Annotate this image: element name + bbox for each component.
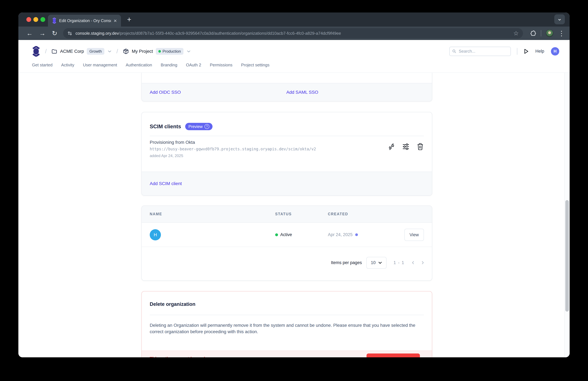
sso-card: Add OIDC SSO Add SAML SSO: [141, 73, 432, 101]
column-header-status: STATUS: [275, 212, 292, 216]
trash-icon: [417, 143, 424, 150]
page-range-label: 1 - 1: [394, 260, 405, 265]
breadcrumb-slash: /: [116, 48, 118, 55]
window-close-button[interactable]: [26, 17, 31, 22]
view-button[interactable]: View: [404, 229, 424, 241]
search-icon: [452, 49, 457, 54]
preview-badge-label: Preview: [189, 124, 203, 129]
site-settings-icon[interactable]: [67, 31, 72, 36]
scim-client-added-date: added Apr 24, 2025: [150, 154, 183, 158]
tab-strip: Edit Organization - Ory Conso × + ⌄: [18, 12, 570, 26]
workspace-plan-badge: Growth: [87, 48, 104, 55]
window-zoom-button[interactable]: [41, 17, 45, 22]
help-link[interactable]: Help: [535, 49, 544, 54]
scim-card-footer: Add SCIM client: [142, 172, 432, 195]
prev-page-icon[interactable]: ‹: [412, 259, 414, 267]
scim-card-title: SCIM clients: [150, 123, 181, 130]
scrollbar-track[interactable]: [564, 73, 570, 357]
url-host: console.staging.ory.dev: [76, 31, 119, 36]
organizations-table-card: NAME STATUS CREATED H Active Apr 24, 202…: [141, 205, 432, 281]
new-tab-button[interactable]: +: [127, 15, 131, 24]
nav-get-started[interactable]: Get started: [32, 63, 53, 67]
scim-connect-button[interactable]: [388, 143, 395, 150]
chevron-down-icon: [107, 50, 112, 53]
preview-badge[interactable]: Preview?: [185, 123, 212, 130]
nav-permissions[interactable]: Permissions: [210, 63, 232, 67]
delete-organization-card: Delete organization Deleting an Organiza…: [141, 291, 432, 357]
nav-authentication[interactable]: Authentication: [126, 63, 152, 67]
created-indicator-dot: [355, 233, 358, 236]
workspace-selector[interactable]: ACME Corp Growth: [51, 48, 112, 55]
address-bar[interactable]: console.staging.ory.dev/projects/d087b7a…: [63, 28, 523, 38]
scim-delete-button[interactable]: [417, 143, 424, 150]
section-divider: [150, 315, 424, 315]
scim-client-name: Provisioning from Okta: [150, 140, 195, 145]
app-header: / ACME Corp Growth / My Project Producti…: [18, 40, 570, 63]
url-text: console.staging.ory.dev/projects/d087b7a…: [76, 31, 511, 36]
extensions-icon[interactable]: [530, 30, 536, 37]
project-selector[interactable]: My Project Production: [123, 48, 191, 55]
tab-close-icon[interactable]: ×: [114, 18, 117, 23]
bookmark-star-icon[interactable]: ☆: [513, 30, 519, 37]
browser-profile-avatar[interactable]: [546, 29, 553, 37]
tab-search-chevron-icon[interactable]: ⌄: [554, 14, 565, 24]
danger-description: Deleting an Organization will permanentl…: [150, 322, 421, 335]
user-avatar[interactable]: H: [551, 47, 559, 55]
ory-logo-icon[interactable]: [32, 46, 40, 57]
nav-branding[interactable]: Branding: [161, 63, 177, 67]
tab-title: Edit Organization - Ory Conso: [59, 18, 111, 23]
nav-project-settings[interactable]: Project settings: [241, 63, 270, 67]
status-label: Active: [280, 232, 292, 237]
danger-action-strip: This action cannot be undone. Delete org…: [142, 351, 432, 357]
plug-icon: [388, 143, 395, 150]
back-icon[interactable]: ←: [26, 30, 33, 37]
browser-tab[interactable]: Edit Organization - Ory Conso ×: [48, 15, 121, 26]
folder-icon: [51, 48, 57, 54]
chevron-down-icon: [187, 50, 191, 53]
created-cell: Apr 24, 2025: [328, 232, 358, 237]
nav-activity[interactable]: Activity: [61, 63, 74, 67]
table-header: NAME STATUS CREATED: [142, 206, 432, 223]
forward-icon[interactable]: →: [39, 30, 45, 37]
toolbar-divider: [541, 30, 541, 37]
sso-card-footer: Add OIDC SSO Add SAML SSO: [142, 83, 432, 101]
browser-toolbar: ← → ↻ console.staging.ory.dev/projects/d…: [18, 26, 570, 40]
reload-icon[interactable]: ↻: [52, 30, 57, 37]
play-icon[interactable]: [524, 48, 529, 54]
window-minimize-button[interactable]: [33, 17, 38, 22]
env-badge-label: Production: [163, 49, 181, 54]
row-avatar: H: [150, 229, 161, 240]
column-header-name: NAME: [150, 212, 162, 216]
items-per-page-label: Items per pages: [331, 260, 362, 265]
delete-organization-button[interactable]: Delete organization: [367, 354, 420, 357]
header-divider: [517, 48, 517, 55]
add-oidc-sso-link[interactable]: Add OIDC SSO: [150, 90, 181, 95]
active-status-dot: [275, 233, 278, 236]
project-env-badge: Production: [156, 48, 183, 55]
scim-clients-card: SCIM clients Preview? Provisioning from …: [141, 112, 432, 196]
chevron-down-icon: [378, 262, 382, 264]
add-saml-sso-link[interactable]: Add SAML SSO: [286, 90, 318, 95]
env-status-dot: [158, 50, 161, 53]
search-input-wrapper: [449, 47, 511, 56]
help-question-icon: ?: [205, 124, 209, 129]
add-scim-client-link[interactable]: Add SCIM client: [150, 181, 182, 186]
ory-favicon-icon: [52, 18, 57, 24]
browser-window: Edit Organization - Ory Conso × + ⌄ ← → …: [18, 12, 570, 357]
ory-console-page: / ACME Corp Growth / My Project Producti…: [18, 40, 570, 357]
status-cell: Active: [275, 232, 292, 237]
breadcrumb-slash: /: [45, 48, 47, 55]
browser-menu-icon[interactable]: ⋮: [558, 29, 565, 37]
workspace-name: ACME Corp: [60, 49, 84, 54]
scim-settings-button[interactable]: [402, 143, 410, 150]
scim-client-url: https://busy-beaver-gqwvd0fb79.projects.…: [150, 147, 316, 151]
next-page-icon[interactable]: ›: [421, 259, 424, 267]
search-input[interactable]: [459, 49, 508, 54]
nav-oauth2[interactable]: OAuth 2: [186, 63, 201, 67]
scrollbar-thumb[interactable]: [565, 200, 569, 312]
nav-user-management[interactable]: User management: [83, 63, 117, 67]
window-controls: [26, 17, 45, 22]
main-content: Add OIDC SSO Add SAML SSO SCIM clients P…: [18, 73, 570, 357]
page-size-select[interactable]: 10: [366, 257, 386, 269]
table-row[interactable]: H Active Apr 24, 2025 View: [142, 223, 432, 247]
